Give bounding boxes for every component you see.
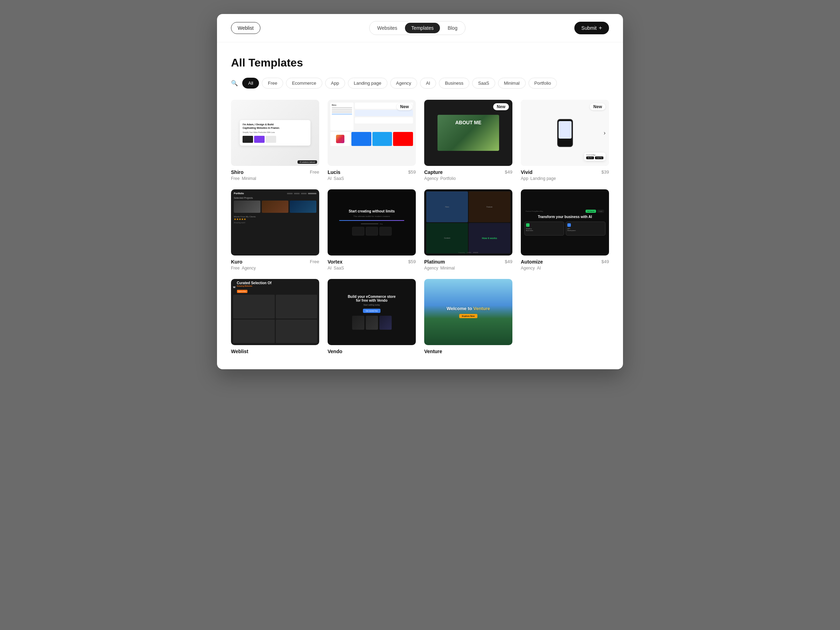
filter-ecommerce[interactable]: Ecommerce <box>286 78 322 88</box>
plus-icon: + <box>599 25 602 31</box>
card-info-capture: Capture Agency Portfolio $49 <box>424 169 512 181</box>
card-tags-lucis: AI SaaS <box>328 176 344 181</box>
chevron-right-icon: › <box>604 130 605 136</box>
card-name-lucis: Lucis <box>328 169 344 175</box>
card-name-vivid: Vivid <box>521 169 556 175</box>
card-price-lucis: $59 <box>408 169 416 175</box>
template-card-lucis[interactable]: Menu <box>328 100 416 181</box>
template-card-vendo[interactable]: Build your eCommerce storefor free with … <box>328 279 416 355</box>
card-name-capture: Capture <box>424 169 456 175</box>
card-thumbnail-kuro: Portfolio Selected Projects <box>231 189 319 256</box>
card-badge-vivid: New <box>590 103 605 110</box>
card-thumbnail-platinum: Hero Feature Content How it works Truste… <box>424 189 512 256</box>
submit-label: Submit <box>581 25 597 31</box>
filter-portfolio[interactable]: Portfolio <box>529 78 557 88</box>
card-tags-kuro: Free Agency <box>231 266 256 270</box>
card-thumbnail-weblist: W Curated Selection Of Amazing Websites … <box>231 279 319 345</box>
filter-landing-page[interactable]: Landing page <box>348 78 387 88</box>
templates-grid: I'm Adam, I Design & BuildCaptivating We… <box>231 100 609 355</box>
card-thumbnail-shiro: I'm Adam, I Design & BuildCaptivating We… <box>231 100 319 166</box>
card-thumbnail-capture: ABOUT ME New <box>424 100 512 166</box>
card-price-vortex: $59 <box>408 259 416 264</box>
template-card-platinum[interactable]: Hero Feature Content How it works Truste… <box>424 189 512 270</box>
card-thumbnail-vivid: Download App App Store Google Play New › <box>521 100 609 166</box>
card-price-vivid: $39 <box>601 169 609 175</box>
card-info-weblist: Weblist <box>231 349 319 355</box>
template-card-vivid[interactable]: Download App App Store Google Play New › <box>521 100 609 181</box>
filter-free[interactable]: Free <box>262 78 283 88</box>
nav-tabs: Websites Templates Blog <box>369 21 466 35</box>
card-thumbnail-vortex: Start creating without limits The ultima… <box>328 189 416 256</box>
card-info-vendo: Vendo <box>328 349 416 355</box>
template-card-capture[interactable]: ABOUT ME New Capture Agency Portfolio $4… <box>424 100 512 181</box>
card-tags-automize: Agency AI <box>521 266 543 270</box>
card-name-venture: Venture <box>424 349 442 354</box>
card-name-platinum: Platinum <box>424 259 455 265</box>
card-info-platinum: Platinum Agency Minimal $49 <box>424 259 512 270</box>
card-thumbnail-lucis: Menu <box>328 100 416 166</box>
filter-app[interactable]: App <box>325 78 345 88</box>
card-name-shiro: Shiro <box>231 169 256 175</box>
tab-blog[interactable]: Blog <box>441 23 464 33</box>
card-name-weblist: Weblist <box>231 349 248 354</box>
card-thumbnail-venture: Welcome to Venture Explore Now <box>424 279 512 345</box>
card-price-kuro: Free <box>310 259 319 264</box>
filter-business[interactable]: Business <box>439 78 469 88</box>
page-title: All Templates <box>231 56 609 69</box>
card-info-vortex: Vortex AI SaaS $59 <box>328 259 416 270</box>
card-price-automize: $49 <box>601 259 609 264</box>
template-card-shiro[interactable]: I'm Adam, I Design & BuildCaptivating We… <box>231 100 319 181</box>
tab-websites[interactable]: Websites <box>371 23 404 33</box>
card-name-vendo: Vendo <box>328 349 342 354</box>
card-badge-lucis: New <box>396 103 412 110</box>
filter-saas[interactable]: SaaS <box>472 78 495 88</box>
card-tags-platinum: Agency Minimal <box>424 266 455 270</box>
logo-button[interactable]: Weblist <box>231 22 261 34</box>
card-name-vortex: Vortex <box>328 259 344 265</box>
filter-all[interactable]: All <box>242 78 259 88</box>
submit-button[interactable]: Submit + <box>574 22 609 34</box>
card-thumbnail-vendo: Build your eCommerce storefor free with … <box>328 279 416 345</box>
card-info-lucis: Lucis AI SaaS $59 <box>328 169 416 181</box>
card-badge-capture: New <box>493 103 509 110</box>
card-info-shiro: Shiro Free Minimal Free <box>231 169 319 181</box>
card-tags-vortex: AI SaaS <box>328 266 344 270</box>
card-name-automize: Automize <box>521 259 543 265</box>
card-thumbnail-automize: Products Pricing About Blog Get Started … <box>521 189 609 256</box>
filter-ai[interactable]: AI <box>420 78 436 88</box>
card-tags-vivid: App Landing page <box>521 176 556 181</box>
card-info-automize: Automize Agency AI $49 <box>521 259 609 270</box>
header: Weblist Websites Templates Blog Submit + <box>217 14 623 43</box>
card-price-shiro: Free <box>310 169 319 175</box>
card-tags-shiro: Free Minimal <box>231 176 256 181</box>
card-name-kuro: Kuro <box>231 259 256 265</box>
template-card-kuro[interactable]: Portfolio Selected Projects <box>231 189 319 270</box>
main-content: All Templates 🔍 All Free Ecommerce App L… <box>217 43 623 369</box>
filter-bar: 🔍 All Free Ecommerce App Landing page Ag… <box>231 78 609 88</box>
template-card-automize[interactable]: Products Pricing About Blog Get Started … <box>521 189 609 270</box>
card-tags-capture: Agency Portfolio <box>424 176 456 181</box>
card-info-vivid: Vivid App Landing page $39 <box>521 169 609 181</box>
search-icon[interactable]: 🔍 <box>231 80 238 87</box>
filter-agency[interactable]: Agency <box>390 78 417 88</box>
card-info-kuro: Kuro Free Agency Free <box>231 259 319 270</box>
filter-minimal[interactable]: Minimal <box>498 78 526 88</box>
template-card-vortex[interactable]: Start creating without limits The ultima… <box>328 189 416 270</box>
tab-templates[interactable]: Templates <box>405 23 440 33</box>
app-container: Weblist Websites Templates Blog Submit +… <box>217 14 623 369</box>
card-price-platinum: $49 <box>505 259 512 264</box>
template-card-weblist[interactable]: W Curated Selection Of Amazing Websites … <box>231 279 319 355</box>
template-card-venture[interactable]: Welcome to Venture Explore Now Venture <box>424 279 512 355</box>
card-info-venture: Venture <box>424 349 512 355</box>
card-price-capture: $49 <box>505 169 512 175</box>
